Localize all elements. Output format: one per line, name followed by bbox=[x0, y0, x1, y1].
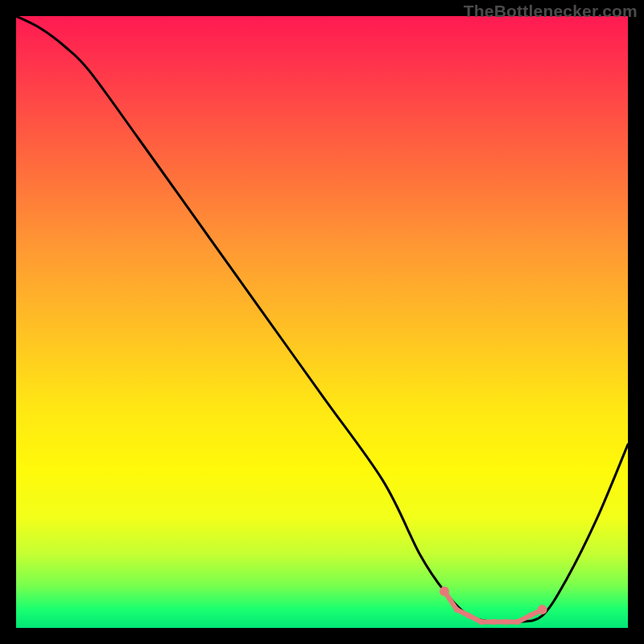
chart-svg bbox=[16, 16, 628, 628]
optimal-range-dot bbox=[503, 619, 509, 625]
optimal-range-dot bbox=[440, 586, 449, 596]
optimal-range-markers bbox=[440, 586, 547, 625]
chart-frame bbox=[16, 16, 628, 628]
optimal-range-dot bbox=[478, 619, 484, 625]
optimal-range-dot bbox=[527, 613, 533, 618]
optimal-range-dot bbox=[538, 605, 547, 614]
watermark-text: TheBottlenecker.com bbox=[464, 2, 638, 21]
optimal-range-dot bbox=[490, 619, 496, 625]
optimal-range-dot bbox=[466, 613, 472, 618]
bottleneck-curve bbox=[16, 16, 628, 622]
optimal-range-dot bbox=[454, 607, 460, 613]
plot-area bbox=[16, 16, 628, 628]
optimal-range-dot bbox=[515, 619, 521, 625]
